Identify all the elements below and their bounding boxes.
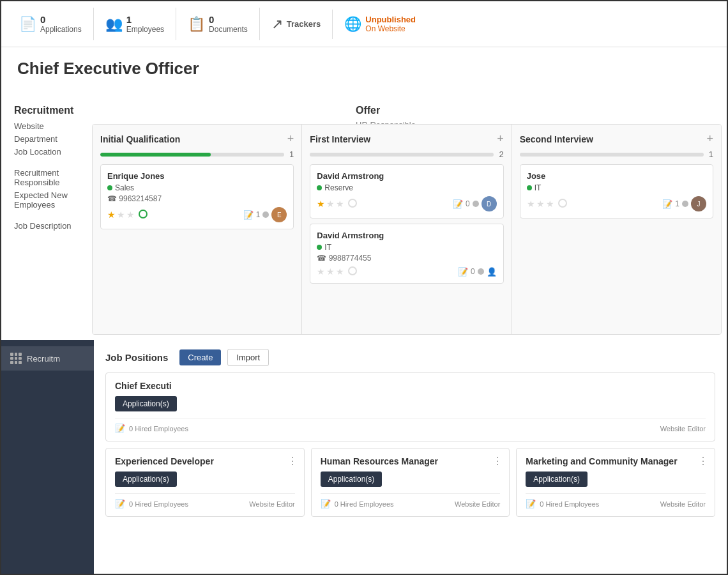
card-tag: Sales	[115, 183, 134, 192]
expected-employees-field: Expected New Employees	[14, 190, 103, 210]
star-3: ★	[336, 266, 344, 277]
joblocation-field: Job Location	[14, 147, 103, 157]
nav-employees[interactable]: 👥 1 Employees	[94, 8, 176, 40]
star-1: ★	[317, 199, 325, 209]
col-initial-add[interactable]: +	[287, 132, 294, 146]
job-card-menu-icon[interactable]: ⋮	[698, 455, 708, 467]
circle-empty	[348, 266, 357, 275]
star-2: ★	[326, 199, 335, 209]
card-phone: ☎ 9988774455	[317, 254, 496, 263]
dark-nav-label: Recruitm	[27, 354, 60, 364]
doc-icon: 📝	[243, 210, 254, 220]
job-cards-grid: Experienced Developer ⋮ Application(s) 📝…	[105, 448, 715, 517]
status-dot	[262, 211, 269, 218]
editor-label: Website Editor	[455, 500, 500, 508]
job-card-experienced[interactable]: Experienced Developer ⋮ Application(s) 📝…	[105, 448, 305, 517]
recruitment-sidebar: Recruitment Website Department Job Locat…	[14, 105, 103, 231]
hired-label: 0 Hired Employees	[335, 500, 394, 508]
job-card-btn[interactable]: Application(s)	[115, 471, 177, 487]
job-card-hr[interactable]: Human Resources Manager ⋮ Application(s)…	[311, 448, 510, 517]
star-1: ★	[317, 266, 325, 277]
chief-card-title: Chief Executi	[115, 381, 706, 391]
trackers-icon: ↗	[271, 16, 283, 33]
star-2: ★	[536, 199, 545, 209]
job-card-marketing[interactable]: Marketing and Community Manager ⋮ Applic…	[516, 448, 715, 517]
job-card-btn[interactable]: Application(s)	[526, 471, 588, 487]
documents-icon: 📋	[188, 16, 205, 33]
trackers-label: Trackers	[287, 19, 321, 29]
card-avatar: J	[691, 196, 706, 211]
card-avatar: D	[482, 196, 497, 211]
main-content: Chief Executive Officer Recruitment Webs…	[1, 47, 727, 340]
kanban-card[interactable]: Jose IT ★ ★ ★ 📝 1 J	[520, 164, 713, 218]
job-card-title: Experienced Developer	[115, 456, 295, 466]
kanban-col-second: Second Interview + 1 Jose IT ★	[512, 125, 721, 334]
employees-count: 1	[126, 14, 164, 25]
star-3: ★	[126, 210, 135, 220]
dark-nav-item[interactable]: Recruitm	[1, 346, 94, 371]
chief-executive-card[interactable]: Chief Executi Application(s) 📝 0 Hired E…	[105, 372, 715, 441]
website-on-website: On Website	[365, 24, 416, 33]
kanban-card[interactable]: David Armstrong Reserve ★ ★ ★ 📝 0	[310, 164, 503, 218]
card-avatar: E	[271, 207, 287, 222]
applications-label: Applications	[40, 25, 82, 34]
nav-documents[interactable]: 📋 0 Documents	[176, 8, 260, 40]
doc-count: 0	[466, 199, 470, 208]
editor-label: Website Editor	[660, 500, 706, 508]
status-dot	[682, 201, 688, 207]
create-button[interactable]: Create	[179, 349, 221, 365]
star-1: ★	[107, 210, 116, 220]
col-second-count: 1	[709, 150, 713, 159]
employees-label: Employees	[126, 25, 164, 34]
card-name: Jose	[527, 171, 706, 181]
page-title: Chief Executive Officer	[1, 47, 727, 85]
card-dot-green	[317, 185, 322, 190]
star-1: ★	[527, 199, 535, 209]
circle-empty	[558, 199, 567, 208]
card-tag: IT	[535, 183, 542, 192]
doc-icon: 📝	[458, 267, 468, 277]
kanban-col-first: First Interview + 2 David Armstrong Rese…	[302, 125, 512, 334]
nav-website[interactable]: 🌐 Unpublished On Website	[333, 8, 427, 40]
kanban-board: Initial Qualification + 1 Enrique Jones …	[92, 124, 722, 335]
no-avatar: 👤	[487, 267, 497, 277]
editor-label: Website Editor	[249, 500, 294, 508]
doc-icon: 📝	[453, 199, 463, 209]
hired-icon: 📝	[115, 424, 125, 433]
hired-icon: 📝	[321, 499, 331, 509]
circle-empty	[348, 199, 357, 208]
job-card-title: Human Resources Manager	[321, 456, 501, 466]
col-second-add[interactable]: +	[706, 132, 713, 146]
card-name: David Armstrong	[317, 171, 496, 181]
col-initial-title: Initial Qualification	[100, 134, 180, 144]
doc-count: 0	[471, 267, 475, 276]
kanban-card[interactable]: David Armstrong IT ☎ 9988774455 ★ ★ ★ 📝	[310, 224, 503, 284]
job-card-btn[interactable]: Application(s)	[321, 471, 383, 487]
card-name: David Armstrong	[317, 231, 496, 240]
recruitment-responsible-field: Recruitment Responsible	[14, 168, 103, 187]
job-card-menu-icon[interactable]: ⋮	[492, 455, 503, 467]
department-field: Department	[14, 134, 103, 144]
card-dot-green	[317, 245, 322, 250]
star-3: ★	[546, 199, 554, 209]
documents-label: Documents	[209, 25, 248, 34]
import-button[interactable]: Import	[227, 349, 269, 366]
col-first-count: 2	[499, 150, 503, 159]
applications-icon: 📄	[19, 16, 36, 33]
card-tag: IT	[324, 243, 331, 252]
applications-count: 0	[40, 14, 82, 25]
chief-applications-btn[interactable]: Application(s)	[115, 396, 177, 411]
card-phone: ☎ 9963214587	[107, 194, 287, 203]
kanban-card[interactable]: Enrique Jones Sales ☎ 9963214587 ★ ★ ★ 📝	[100, 164, 294, 229]
doc-count: 1	[675, 199, 679, 208]
documents-count: 0	[209, 14, 248, 25]
col-second-title: Second Interview	[520, 134, 593, 144]
card-dot-green	[107, 185, 112, 190]
job-card-menu-icon[interactable]: ⋮	[287, 455, 298, 467]
hired-icon: 📝	[115, 499, 125, 509]
nav-trackers[interactable]: ↗ Trackers	[260, 10, 333, 39]
status-dot	[478, 268, 484, 275]
col-first-add[interactable]: +	[497, 132, 504, 146]
nav-applications[interactable]: 📄 0 Applications	[8, 8, 94, 40]
doc-count: 1	[256, 210, 261, 219]
